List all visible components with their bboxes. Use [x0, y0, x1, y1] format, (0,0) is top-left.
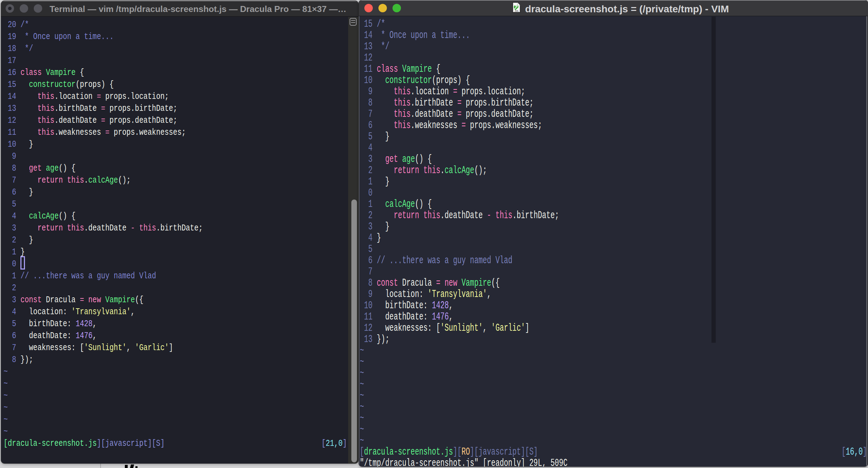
- svg-text:JS: JS: [515, 10, 518, 13]
